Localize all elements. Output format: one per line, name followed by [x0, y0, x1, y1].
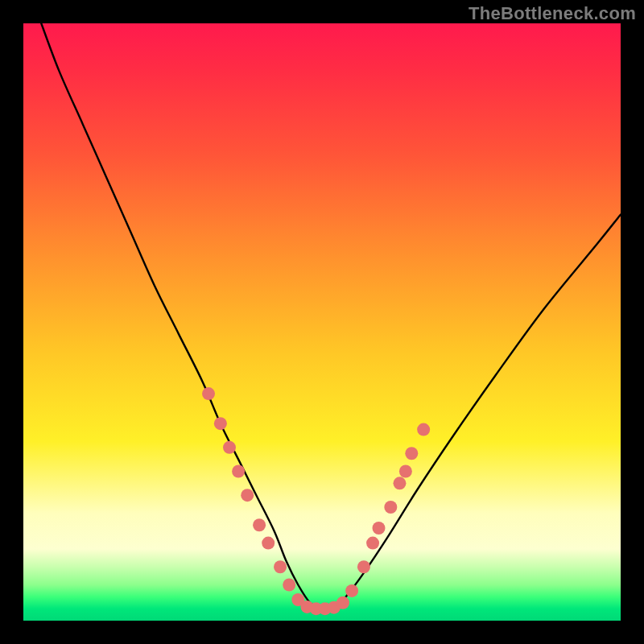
- highlight-dot: [366, 537, 379, 550]
- highlight-dot: [253, 518, 266, 531]
- highlight-dot: [241, 489, 254, 502]
- highlight-dot: [393, 477, 406, 489]
- highlight-dot: [202, 387, 215, 400]
- chart-container: TheBottleneck.com: [0, 0, 644, 644]
- highlight-dot: [345, 584, 358, 597]
- plot-area: [23, 23, 621, 621]
- highlight-dot: [262, 537, 275, 550]
- highlight-dot: [283, 578, 295, 591]
- highlight-dot: [399, 465, 412, 478]
- highlight-dot: [232, 465, 245, 478]
- curve-overlay: [23, 23, 621, 621]
- highlight-dots: [202, 387, 430, 615]
- highlight-dot: [357, 560, 370, 573]
- highlight-dot: [274, 560, 287, 573]
- bottleneck-curve: [41, 23, 621, 610]
- watermark-text: TheBottleneck.com: [469, 3, 636, 24]
- highlight-dot: [372, 522, 385, 535]
- highlight-dot: [417, 423, 430, 436]
- highlight-dot: [384, 501, 397, 514]
- highlight-dot: [336, 597, 349, 609]
- highlight-dot: [405, 447, 418, 460]
- highlight-dot: [214, 417, 227, 430]
- highlight-dot: [223, 441, 236, 454]
